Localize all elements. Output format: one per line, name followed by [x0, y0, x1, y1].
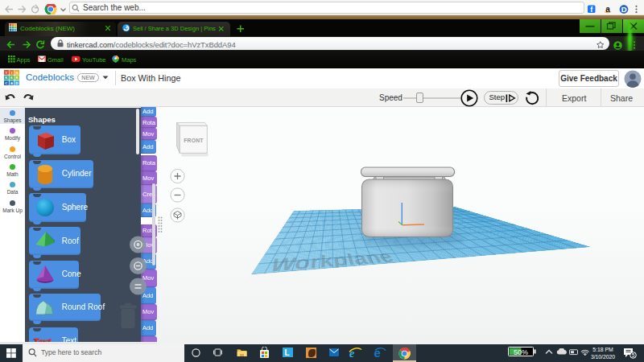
- svg-text:FRONT: FRONT: [184, 138, 204, 143]
- svg-text:D: D: [621, 5, 627, 14]
- svg-text:A: A: [10, 81, 12, 85]
- svg-text:5: 5: [632, 352, 635, 358]
- svg-text:a: a: [605, 5, 610, 14]
- svg-text:R: R: [15, 76, 18, 80]
- svg-text:T: T: [5, 71, 7, 75]
- svg-text:C: C: [5, 81, 7, 85]
- svg-text:Text: Text: [33, 336, 52, 342]
- svg-text:D: D: [15, 81, 18, 85]
- svg-text:50%: 50%: [514, 348, 528, 356]
- svg-text:N: N: [15, 71, 18, 75]
- svg-text:I: I: [10, 71, 11, 75]
- svg-text:E: E: [10, 76, 13, 80]
